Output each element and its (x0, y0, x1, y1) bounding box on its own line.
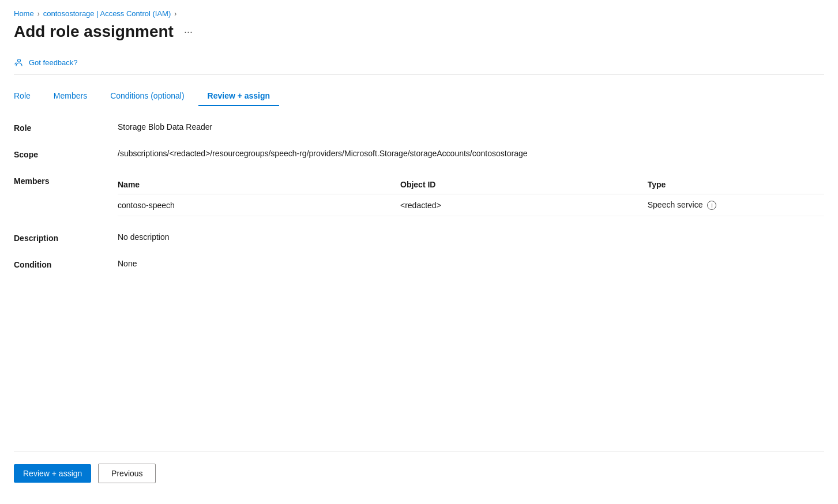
footer: Review + assign Previous (14, 452, 824, 495)
previous-button[interactable]: Previous (98, 464, 156, 483)
tabs-nav: Role Members Conditions (optional) Revie… (14, 86, 824, 106)
feedback-icon (14, 57, 24, 67)
breadcrumb-iam[interactable]: contosostorage | Access Control (IAM) (43, 9, 171, 18)
tab-members[interactable]: Members (44, 86, 96, 106)
page-title: Add role assignment (14, 22, 174, 41)
breadcrumb-sep-1: › (37, 10, 40, 18)
review-assign-button[interactable]: Review + assign (14, 464, 91, 483)
condition-value: None (118, 259, 824, 268)
breadcrumb-home[interactable]: Home (14, 9, 34, 18)
page-header: Add role assignment ··· (14, 22, 824, 41)
table-row: contoso-speech <redacted> Speech service… (118, 194, 824, 216)
member-type-info-icon[interactable]: i (707, 201, 716, 210)
description-row: Description No description (14, 232, 824, 243)
condition-label: Condition (14, 259, 118, 269)
members-table-container: Name Object ID Type contoso-speech <reda… (118, 175, 824, 216)
scope-label: Scope (14, 149, 118, 159)
members-table-header-row: Name Object ID Type (118, 175, 824, 194)
member-name: contoso-speech (118, 194, 400, 216)
page-container: Home › contosostorage | Access Control (… (0, 0, 838, 504)
scope-row: Scope /subscriptions/<redacted>/resource… (14, 149, 824, 159)
col-header-type: Type (648, 175, 824, 194)
members-table: Name Object ID Type contoso-speech <reda… (118, 175, 824, 216)
col-header-objectid: Object ID (400, 175, 648, 194)
tab-role[interactable]: Role (14, 86, 40, 106)
tab-conditions[interactable]: Conditions (optional) (101, 86, 193, 106)
feedback-bar[interactable]: Got feedback? (14, 52, 824, 75)
scope-value: /subscriptions/<redacted>/resourcegroups… (118, 149, 824, 158)
members-row: Members Name Object ID Type contoso-spee… (14, 175, 824, 216)
condition-row: Condition None (14, 259, 824, 269)
member-objectid: <redacted> (400, 194, 648, 216)
description-value: No description (118, 232, 824, 242)
more-options-button[interactable]: ··· (181, 25, 196, 39)
svg-point-0 (18, 59, 21, 62)
breadcrumb-sep-2: › (174, 10, 176, 18)
role-value: Storage Blob Data Reader (118, 122, 824, 131)
col-header-name: Name (118, 175, 400, 194)
role-label: Role (14, 122, 118, 133)
tab-review-assign[interactable]: Review + assign (198, 86, 280, 106)
breadcrumb: Home › contosostorage | Access Control (… (14, 9, 824, 18)
member-type-label: Speech service (648, 200, 703, 209)
member-type: Speech service i (648, 194, 824, 216)
members-label: Members (14, 175, 118, 186)
feedback-label: Got feedback? (29, 58, 78, 67)
content-section: Role Storage Blob Data Reader Scope /sub… (14, 122, 824, 452)
description-label: Description (14, 232, 118, 243)
role-row: Role Storage Blob Data Reader (14, 122, 824, 133)
